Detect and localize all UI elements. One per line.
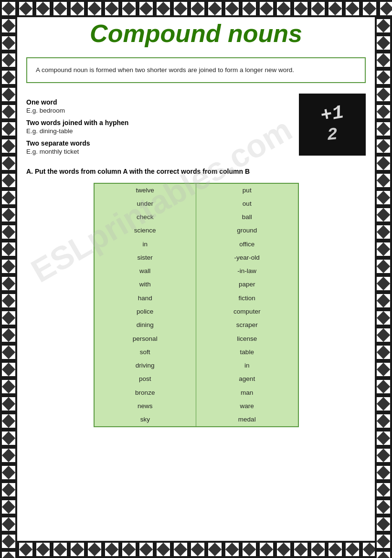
table-row: personallicense bbox=[95, 332, 298, 346]
type-1: One word E.g. bedroom bbox=[26, 98, 289, 114]
border-tile bbox=[375, 172, 392, 189]
col-a-word: in bbox=[95, 238, 196, 251]
col-a-word: driving bbox=[95, 359, 196, 372]
col-b-word: put bbox=[196, 184, 298, 197]
border-tile bbox=[0, 137, 17, 155]
border-tile bbox=[375, 516, 392, 533]
border-tile bbox=[0, 241, 17, 258]
border-tile bbox=[375, 395, 392, 412]
table-row: handfiction bbox=[95, 292, 298, 305]
border-tile bbox=[0, 52, 17, 69]
border-tile bbox=[172, 541, 189, 558]
table-row: inoffice bbox=[95, 238, 298, 251]
border-tile bbox=[0, 533, 17, 550]
border-tile bbox=[375, 326, 392, 344]
col-b-word: license bbox=[196, 332, 298, 346]
col-b-word: agent bbox=[196, 372, 298, 386]
border-tile bbox=[0, 206, 17, 223]
border-tile bbox=[52, 0, 69, 17]
border-tile bbox=[0, 464, 17, 481]
border-tile bbox=[375, 292, 392, 309]
col-a-word: sister bbox=[95, 251, 196, 264]
border-tile bbox=[86, 0, 103, 17]
border-tile bbox=[309, 0, 327, 17]
border-tile bbox=[375, 309, 392, 326]
border-tile bbox=[292, 0, 309, 17]
border-tile bbox=[120, 541, 138, 558]
col-a-word: bronze bbox=[95, 386, 196, 400]
border-tile bbox=[0, 309, 17, 326]
word-table: twelveputunderoutcheckballsciencegroundi… bbox=[95, 184, 298, 427]
border-tile bbox=[17, 0, 34, 17]
border-tile bbox=[0, 258, 17, 275]
border-tile bbox=[0, 395, 17, 412]
col-b-word: ware bbox=[196, 400, 298, 413]
table-row: scienceground bbox=[95, 224, 298, 237]
table-row: postagent bbox=[95, 372, 298, 386]
border-tile bbox=[275, 0, 292, 17]
border-tile bbox=[361, 0, 378, 17]
border-tile bbox=[309, 541, 327, 558]
col-a-word: wall bbox=[95, 264, 196, 278]
type-1-example: E.g. bedroom bbox=[26, 107, 289, 114]
border-tile bbox=[375, 481, 392, 498]
types-text: One word E.g. bedroom Two words joined w… bbox=[26, 94, 289, 157]
border-tile bbox=[0, 447, 17, 464]
border-tile bbox=[375, 120, 392, 137]
table-row: twelveput bbox=[95, 184, 298, 197]
border-tile bbox=[155, 541, 172, 558]
col-a-word: news bbox=[95, 400, 196, 413]
border-tile bbox=[0, 86, 17, 103]
border-tile bbox=[375, 550, 392, 558]
border-tile bbox=[375, 52, 392, 69]
border-tile bbox=[0, 412, 17, 430]
border-tile bbox=[375, 241, 392, 258]
col-b-word: ground bbox=[196, 224, 298, 237]
table-row: underout bbox=[95, 197, 298, 211]
type-1-heading: One word bbox=[26, 98, 289, 106]
border-tile bbox=[327, 0, 344, 17]
border-tile bbox=[0, 155, 17, 172]
border-tile bbox=[375, 464, 392, 481]
col-b-word: out bbox=[196, 197, 298, 211]
chalkboard-image: +1 2 bbox=[299, 94, 366, 156]
types-section: One word E.g. bedroom Two words joined w… bbox=[26, 94, 366, 157]
border-tile bbox=[189, 541, 206, 558]
col-a-word: soft bbox=[95, 346, 196, 359]
col-b-word: medal bbox=[196, 413, 298, 426]
word-table-container: twelveputunderoutcheckballsciencegroundi… bbox=[94, 183, 299, 428]
col-b-word: fiction bbox=[196, 292, 298, 305]
border-tile bbox=[375, 69, 392, 86]
col-b-word: in bbox=[196, 359, 298, 372]
border-tile bbox=[375, 258, 392, 275]
border-tile bbox=[375, 17, 392, 34]
type-2-heading: Two words joined with a hyphen bbox=[26, 119, 289, 126]
section-instruction: A. Put the words from column A with the … bbox=[26, 168, 366, 175]
definition-text: A compound noun is formed when two short… bbox=[36, 66, 294, 74]
border-tile bbox=[0, 481, 17, 498]
border-tile bbox=[17, 541, 34, 558]
table-row: sister-year-old bbox=[95, 251, 298, 264]
border-tile bbox=[375, 498, 392, 516]
type-3: Two separate words E.g. monthly ticket bbox=[26, 139, 289, 155]
type-3-heading: Two separate words bbox=[26, 139, 289, 147]
border-tile bbox=[0, 69, 17, 86]
border-tile bbox=[327, 541, 344, 558]
table-row: checkball bbox=[95, 211, 298, 224]
border-tile bbox=[375, 361, 392, 378]
border-tile bbox=[375, 378, 392, 395]
col-b-word: office bbox=[196, 238, 298, 251]
col-b-word: computer bbox=[196, 305, 298, 318]
border-tile bbox=[52, 541, 69, 558]
border-tile bbox=[0, 344, 17, 361]
border-tile bbox=[375, 412, 392, 430]
border-tile bbox=[206, 541, 223, 558]
table-row: drivingin bbox=[95, 359, 298, 372]
table-row: softtable bbox=[95, 346, 298, 359]
table-row: diningscraper bbox=[95, 318, 298, 332]
border-tile bbox=[0, 326, 17, 344]
border-tile bbox=[0, 103, 17, 120]
border-tile bbox=[0, 430, 17, 447]
border-tile bbox=[375, 223, 392, 241]
border-tile bbox=[155, 0, 172, 17]
